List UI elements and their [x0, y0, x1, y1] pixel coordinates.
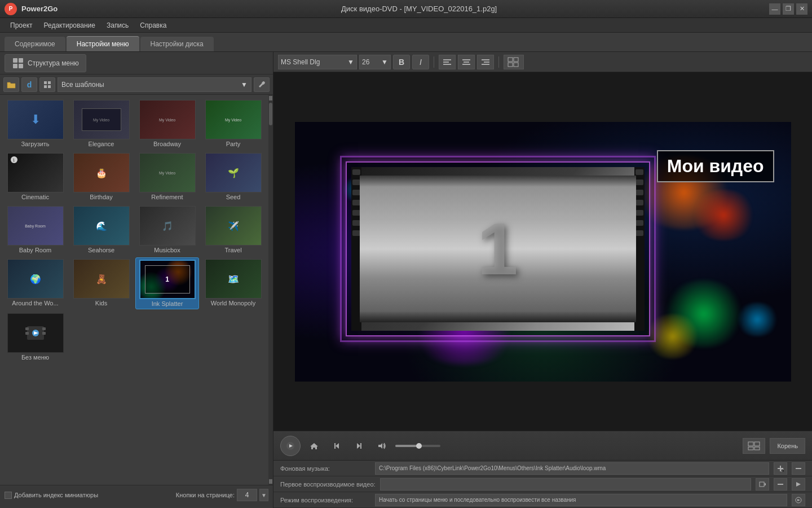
close-button[interactable]: ✕ — [796, 3, 807, 15]
template-label-elegance: Elegance — [89, 141, 114, 147]
download-button[interactable]: d — [21, 77, 37, 92]
svg-rect-4 — [44, 81, 47, 84]
font-size-dropdown[interactable]: 26 ▼ — [359, 55, 391, 69]
svg-rect-37 — [754, 442, 760, 446]
music-add-button[interactable]: ♪ — [774, 462, 787, 475]
svg-rect-5 — [48, 81, 51, 84]
svg-rect-25 — [514, 58, 518, 62]
template-label-inksplatter: Ink Splatter — [152, 300, 183, 307]
next-chapter-button[interactable] — [350, 437, 368, 455]
size-dropdown-arrow: ▼ — [381, 58, 388, 66]
template-item-musicbox[interactable]: 🎵 Musicbox — [135, 204, 199, 255]
template-item-kids[interactable]: 🧸 Kids — [69, 257, 133, 309]
info-label-music: Фоновая музыка: — [280, 465, 370, 472]
svg-rect-7 — [48, 85, 51, 88]
wrench-button[interactable] — [254, 77, 270, 92]
align-left-button[interactable] — [439, 55, 456, 69]
scroll-up-arrow[interactable] — [269, 96, 272, 100]
template-item-cinematic[interactable]: 1 Cinematic — [3, 151, 67, 202]
template-item-babyroom[interactable]: Baby Room Baby Room — [3, 204, 67, 255]
svg-marker-48 — [796, 482, 801, 487]
edge-bottom — [360, 311, 636, 322]
svg-rect-27 — [514, 63, 518, 67]
restore-button[interactable]: ❐ — [783, 3, 794, 15]
settings-small-button[interactable] — [39, 77, 55, 92]
template-label-travel: Travel — [224, 247, 241, 253]
music-remove-icon — [795, 465, 802, 472]
prev-chapter-button[interactable] — [328, 437, 346, 455]
template-item-refinement[interactable]: My Video Refinement — [135, 151, 199, 202]
template-item-elegance[interactable]: My Video Elegance — [69, 98, 133, 149]
preview-canvas: 1 Мои видео — [295, 122, 791, 382]
italic-button[interactable]: I — [412, 55, 429, 69]
template-item-load[interactable]: Загрузить — [3, 98, 67, 149]
menu-structure-button[interactable]: Структура меню — [5, 54, 86, 72]
download-icon: d — [27, 80, 32, 89]
add-index-label[interactable]: Добавить индекс миниатюры — [5, 492, 98, 499]
tab-menu-settings[interactable]: Настройки меню — [67, 36, 139, 51]
app-logo: P — [5, 3, 17, 15]
bold-button[interactable]: B — [393, 55, 410, 69]
svg-rect-11 — [42, 327, 46, 330]
view-mode-button[interactable] — [743, 438, 765, 454]
template-thumb-refinement: My Video — [139, 153, 196, 192]
template-item-aroundworld[interactable]: 🌍 Around the Wo... — [3, 257, 67, 309]
svg-rect-18 — [462, 59, 470, 60]
svg-rect-44 — [796, 468, 801, 469]
music-remove-button[interactable] — [792, 462, 805, 475]
title-text-box[interactable]: Мои видео — [657, 150, 774, 182]
edge-top — [360, 176, 636, 187]
video-play-button[interactable] — [792, 478, 805, 491]
root-button[interactable]: Корень — [770, 438, 805, 454]
template-item-broadway[interactable]: My Video Broadway — [135, 98, 199, 149]
buttons-count-down[interactable]: ▼ — [259, 489, 268, 501]
home-button[interactable] — [305, 437, 323, 455]
video-remove-button[interactable] — [774, 478, 787, 491]
template-thumb-load — [7, 100, 64, 139]
svg-rect-20 — [462, 64, 470, 65]
svg-rect-38 — [748, 447, 753, 450]
font-family-dropdown[interactable]: MS Shell Dlg ▼ — [278, 55, 357, 69]
info-panel: Фоновая музыка: C:\Program Files (x86)\C… — [273, 460, 812, 508]
template-item-travel[interactable]: ✈️ Travel — [201, 204, 265, 255]
main-image: 1 — [360, 176, 636, 322]
align-right-button[interactable] — [477, 55, 494, 69]
template-item-birthday[interactable]: 🎂 Birthday — [69, 151, 133, 202]
menu-edit[interactable]: Редактирование — [38, 20, 101, 30]
tab-content[interactable]: Содержимое — [5, 37, 65, 51]
align-center-button[interactable] — [458, 55, 475, 69]
scroll-thumb[interactable] — [269, 103, 272, 125]
menu-project[interactable]: Проект — [5, 20, 38, 30]
menu-help[interactable]: Справка — [134, 20, 172, 30]
template-item-nomenu[interactable]: Без меню — [3, 312, 67, 362]
template-thumb-birthday: 🎂 — [73, 153, 130, 192]
template-scrollbar[interactable] — [268, 95, 273, 485]
dropdown-arrow-icon: ▼ — [241, 81, 248, 89]
volume-thumb[interactable] — [416, 443, 422, 449]
right-panel: MS Shell Dlg ▼ 26 ▼ B I — [273, 52, 812, 508]
template-grid: Загрузить My Video Elegance — [0, 95, 268, 485]
grid-view-button[interactable] — [504, 55, 524, 69]
tab-disc-settings[interactable]: Настройки диска — [140, 37, 214, 51]
template-item-party[interactable]: My Video Party — [201, 98, 265, 149]
add-index-checkbox[interactable] — [5, 492, 12, 499]
svg-rect-12 — [42, 332, 46, 335]
play-pause-button[interactable] — [280, 436, 301, 456]
menu-record[interactable]: Запись — [101, 20, 134, 30]
volume-slider[interactable] — [395, 445, 440, 447]
template-thumb-aroundworld: 🌍 — [7, 259, 64, 299]
template-filter-dropdown[interactable]: Все шаблоны ▼ — [58, 77, 251, 92]
scroll-down-arrow[interactable] — [269, 479, 272, 484]
folder-open-button[interactable] — [3, 77, 19, 92]
info-label-playmode: Режим воспроизведения: — [280, 497, 370, 503]
volume-button[interactable] — [373, 437, 391, 455]
minimize-button[interactable]: — — [769, 3, 780, 15]
playmode-settings-button[interactable] — [792, 494, 805, 506]
template-item-monopoly[interactable]: 🗺️ World Monopoly — [201, 257, 265, 309]
window-title: Диск видео-DVD - [MY_VIDEO_022016_1.p2g] — [69, 5, 769, 13]
template-item-seahorse[interactable]: 🌊 Seahorse — [69, 204, 133, 255]
video-add-button[interactable] — [756, 478, 769, 491]
view-icon — [748, 441, 760, 450]
template-item-seed[interactable]: 🌱 Seed — [201, 151, 265, 202]
template-item-inksplatter[interactable]: 1 Ink Splatter — [135, 257, 199, 309]
